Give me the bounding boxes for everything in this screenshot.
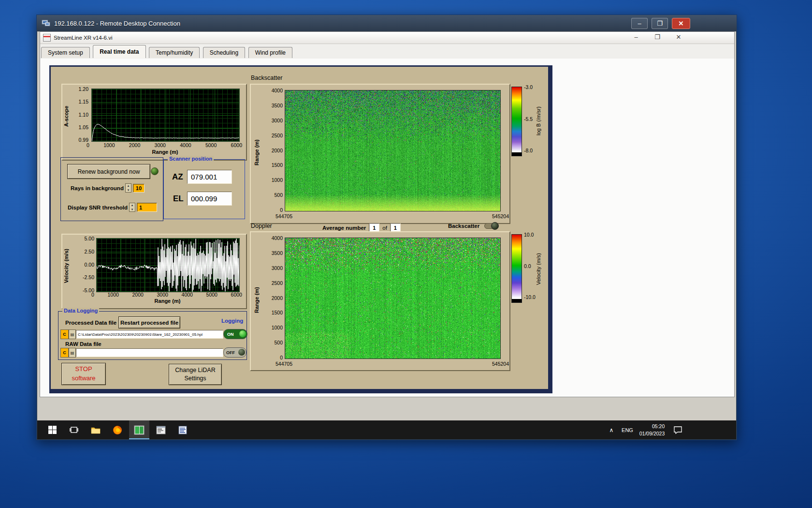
ascope-plot xyxy=(91,89,240,142)
app-minimize-icon[interactable]: – xyxy=(632,33,640,41)
rdp-titlebar[interactable]: 192.168.0.122 - Remote Desktop Connectio… xyxy=(37,15,737,31)
tick-label: 2000 xyxy=(132,292,144,298)
ascope-chart: 1.201.151.101.050.99 A-scope 01000200030… xyxy=(61,84,247,161)
tray-caret[interactable]: ∧ xyxy=(606,420,617,439)
tick-label: -10.0 xyxy=(524,294,536,300)
ascope-x-axis: 0100020003000400050006000 xyxy=(87,142,242,148)
rdp-window: 192.168.0.122 - Remote Desktop Connectio… xyxy=(36,15,737,440)
restart-processed-file-button[interactable]: Restart processed file xyxy=(118,316,180,329)
tick-label: 0.00 xyxy=(85,262,94,268)
start-button[interactable] xyxy=(42,420,62,439)
tick-label: 1000 xyxy=(103,142,115,148)
tab-temp-humidity[interactable]: Temp/humidity xyxy=(149,47,200,58)
tick-label: 2000 xyxy=(272,295,283,301)
processed-logging-toggle[interactable]: ON xyxy=(223,329,247,339)
tick-label: 5000 xyxy=(205,142,217,148)
rdp-maximize-icon[interactable]: ❐ xyxy=(652,18,668,29)
tick-label: 2000 xyxy=(129,142,140,148)
data-logging-group: Data Logging Processed Data file Restart… xyxy=(58,311,247,360)
raw-browse-icon[interactable]: ▤ xyxy=(69,348,76,358)
stop-software-button[interactable]: STOP software xyxy=(61,363,106,385)
change-line1: Change LiDAR xyxy=(175,367,215,374)
az-value: 079.001 xyxy=(187,170,232,184)
data-logging-title: Data Logging xyxy=(62,308,99,314)
tick-label: 0 xyxy=(87,142,89,148)
tick-label: 4000 xyxy=(182,292,193,298)
app-title: StreamLine XR v14-6.vi xyxy=(54,35,112,41)
tick-label: 2.50 xyxy=(85,249,94,254)
processed-path-field[interactable]: C:\Lidar\Data\Proc\2023\202309\20230901\… xyxy=(76,330,223,339)
tick-label: 1000 xyxy=(108,292,119,298)
tick-label: 3500 xyxy=(272,250,283,256)
doppler-colorbar xyxy=(511,234,522,303)
notification-icon xyxy=(674,426,682,434)
tick-label: 1.10 xyxy=(79,112,88,118)
task-view-button[interactable] xyxy=(64,420,84,439)
taskbar: ∧ ENG 05:20 01/09/2023 xyxy=(37,420,736,439)
processed-browse-icon[interactable]: ▤ xyxy=(69,329,76,339)
tick-label: 1.05 xyxy=(79,124,88,130)
snr-threshold-label: Display SNR threshold xyxy=(68,205,128,210)
rays-input[interactable]: 10 xyxy=(133,184,145,193)
velocity-x-axis: 0100020003000400050006000 xyxy=(91,292,242,298)
raw-logging-toggle[interactable]: OFF xyxy=(223,347,246,358)
tick-label: 2500 xyxy=(272,280,283,286)
renew-background-button[interactable]: Renew background now xyxy=(67,164,150,179)
tick-label: 3000 xyxy=(157,292,168,298)
ascope-x-label: Range (m) xyxy=(91,149,239,155)
app-close-icon[interactable]: ✕ xyxy=(674,33,683,41)
tick-label: 500 xyxy=(274,340,283,345)
el-value: 000.099 xyxy=(187,192,232,206)
tick-label: 4000 xyxy=(180,142,191,148)
tick-label: -5.5 xyxy=(524,116,533,122)
change-lidar-settings-button[interactable]: Change LiDAR Settings xyxy=(169,364,222,385)
backscatter-colorbar-ticks: -3.0-5.5-8.0 xyxy=(524,84,533,153)
firefox-icon xyxy=(113,425,122,435)
backscatter-y-label: Range (m) xyxy=(254,131,260,174)
average-number-label: Average number xyxy=(322,225,366,231)
firefox-button[interactable] xyxy=(107,420,128,439)
tick-label: 1.20 xyxy=(79,86,88,92)
app-titlebar[interactable]: StreamLine XR v14-6.vi – ❐ ✕ xyxy=(40,32,734,44)
backscatter-x-end: 545204 xyxy=(492,213,509,219)
file-explorer-button[interactable] xyxy=(86,420,106,439)
tab-system-setup[interactable]: System setup xyxy=(41,47,90,58)
rdp-minimize-icon[interactable]: – xyxy=(631,18,648,29)
scan-scheduler-button[interactable] xyxy=(151,420,171,439)
raw-drive-selector[interactable]: C xyxy=(60,348,69,358)
action-center-button[interactable] xyxy=(669,420,686,439)
backscatter-velocity-switch[interactable] xyxy=(484,223,498,229)
tab-real-time-data[interactable]: Real time data xyxy=(93,45,145,58)
raw-path-field[interactable] xyxy=(76,348,223,357)
raw-toggle-state: OFF xyxy=(226,350,235,355)
clock[interactable]: 05:20 01/09/2023 xyxy=(637,420,667,439)
app-window: StreamLine XR v14-6.vi – ❐ ✕ System setu… xyxy=(40,31,735,397)
snr-input[interactable]: 1 xyxy=(137,203,157,212)
rdp-close-icon[interactable]: ✕ xyxy=(672,18,690,29)
doppler-plot xyxy=(285,238,501,359)
average-of-label: of xyxy=(382,225,387,231)
tick-label: 10.0 xyxy=(524,232,536,238)
front-panel: 1.201.151.101.050.99 A-scope 01000200030… xyxy=(49,65,552,393)
app-restore-icon[interactable]: ❐ xyxy=(653,33,662,41)
scanner-position-title: Scanner position xyxy=(168,156,214,162)
doppler-x-axis: 544705 545204 xyxy=(285,361,500,367)
background-led xyxy=(151,167,159,175)
notepad-button[interactable] xyxy=(173,420,193,439)
tick-label: 5.00 xyxy=(85,236,94,241)
processed-toggle-state: ON xyxy=(227,332,234,337)
velocity-chart: 5.002.500.00-2.50-5.00 Velocity (m/s) 01… xyxy=(61,234,247,309)
backscatter-y-axis: 40003500300025002000150010005000 xyxy=(265,88,283,213)
tab-scheduling[interactable]: Scheduling xyxy=(203,47,245,58)
streamline-app-icon xyxy=(134,425,145,435)
tab-wind-profile[interactable]: Wind profile xyxy=(248,47,292,58)
az-label: AZ xyxy=(172,172,183,182)
tick-label: 3000 xyxy=(155,142,166,148)
language-indicator[interactable]: ENG xyxy=(618,420,637,439)
snr-stepper[interactable]: ▲▼ xyxy=(129,203,135,212)
streamline-app-button[interactable] xyxy=(129,420,149,439)
tick-label: 4000 xyxy=(272,88,283,93)
tick-label: 1000 xyxy=(272,325,283,330)
rays-stepper[interactable]: ▲▼ xyxy=(125,183,131,193)
processed-drive-selector[interactable]: C xyxy=(60,329,69,339)
